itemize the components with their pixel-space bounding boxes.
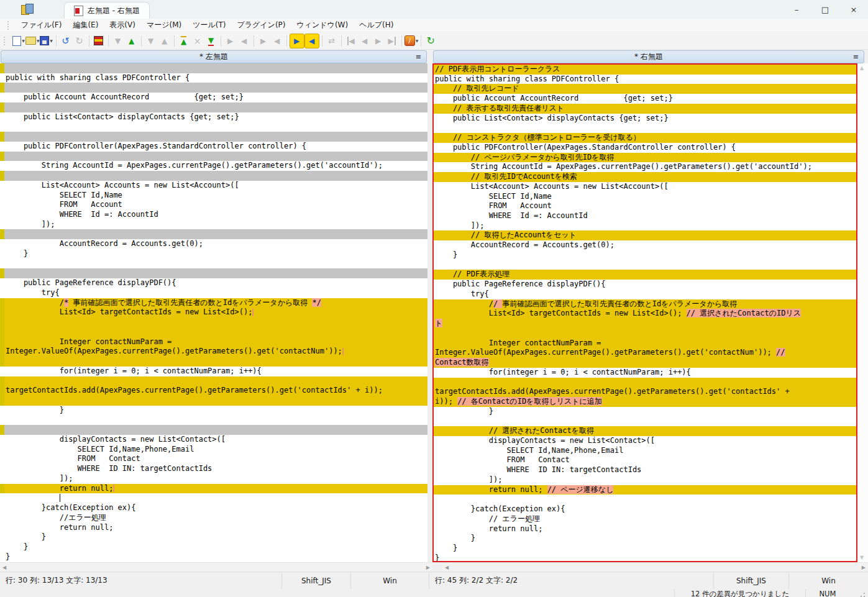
code-row-right[interactable]: } [434,544,856,554]
code-row-left[interactable]: } [4,249,427,259]
code-row-left[interactable]: String AccountId = ApexPages.currentPage… [4,161,427,171]
code-row-right[interactable]: public Account AccountRecord {get; set;} [434,94,856,104]
filler-row-left[interactable] [4,268,427,278]
code-row-right[interactable]: List<Account> Accounts = new List<Accoun… [434,182,856,192]
code-row-right[interactable]: // PDF表示処理 [434,270,856,280]
code-row-left[interactable]: for(integer i = 0; i < contactNumParam; … [4,367,427,376]
close-button[interactable]: × [839,0,868,19]
filler-row-left[interactable] [4,63,427,73]
menu-item-0[interactable]: ファイル(F) [16,20,67,30]
code-row-left[interactable]: WHERE Id =: AccountId [4,210,427,220]
refresh-button[interactable]: ↻ [424,34,437,48]
code-row-right[interactable]: // 取引先IDでAccountを検索 [434,172,856,182]
code-row-left[interactable]: AccountRecord = Accounts.get(0); [4,239,427,249]
code-row-right[interactable]: SELECT Id,Name,Phone,Email [434,446,856,456]
filler-row-left[interactable] [4,425,427,435]
scroll-right-icon[interactable]: ▶ [862,565,866,570]
code-row-left[interactable]: SELECT Id,Name,Phone,Email [4,445,427,455]
code-row-left[interactable]: } [4,532,427,542]
plugin-button[interactable]: ∕▼ [404,34,419,48]
code-row-right[interactable]: } [434,534,856,544]
left-pane-header[interactable]: * 左無題 ≡ [1,50,427,63]
file-tab[interactable]: 左無題 - 右無題 [64,2,150,19]
resize-grip[interactable] [849,589,868,597]
menu-item-6[interactable]: ウィンドウ(W) [291,20,354,30]
code-row-left[interactable] [4,376,427,386]
maximize-button[interactable]: □ [811,0,839,19]
code-row-left[interactable]: return null; [4,484,427,494]
code-row-left[interactable] [4,357,427,367]
code-row-left[interactable]: }catch(Exception ex){ [4,503,427,513]
code-row-left[interactable]: } [4,552,427,562]
filler-row-left[interactable] [4,83,427,93]
code-row-right[interactable]: } [434,250,856,260]
undo-button[interactable]: ↺ [59,34,73,48]
code-row-right[interactable]: Contact数取得 [434,358,856,368]
scroll-left-icon[interactable]: ◀ [445,565,449,570]
code-row-left[interactable]: List<Id> targetContactIds = new List<Id>… [4,308,427,317]
code-row-right[interactable]: // 表示する取引先責任者リスト [434,104,856,114]
code-row-left[interactable]: WHERE ID IN: targetContactIds [4,464,427,474]
code-row-left[interactable] [4,317,427,327]
code-row-right[interactable]: }catch(Exception ex){ [434,504,856,514]
right-editor-pane-active[interactable]: // PDF表示用コントローラークラスpublic with sharing c… [432,63,857,562]
code-row-left[interactable]: List<Account> Accounts = new List<Accoun… [4,181,427,191]
first-difference-button[interactable]: ▲ [177,34,191,48]
left-editor-pane[interactable]: public with sharing class PDFController … [0,63,427,562]
previous-difference-button[interactable]: ▲ [125,34,139,48]
code-row-left[interactable]: FROM Account [4,200,427,210]
code-row-right[interactable]: targetContactIds.add(ApexPages.currentPa… [434,387,856,397]
code-row-left[interactable]: FROM Contact [4,454,427,464]
code-row-right[interactable]: return null; [434,524,856,534]
code-row-left[interactable] [4,122,427,132]
code-row-left[interactable]: public PDFController(ApexPages.StandardC… [4,142,427,152]
code-row-right[interactable]: // 取引先レコード [434,84,856,94]
code-row-right[interactable]: Integer.ValueOf(ApexPages.currentPage().… [434,348,856,358]
code-row-right[interactable]: return null; // ページ遷移なし [434,485,856,495]
left-horizontal-scrollbar[interactable]: ◀ ▶ [0,562,432,572]
code-row-right[interactable]: // 選択されたContactを取得 [434,426,856,436]
minimize-button[interactable]: – [782,0,811,19]
filler-row-left[interactable] [4,229,427,239]
scroll-right-icon[interactable]: ▶ [426,565,430,570]
code-row-right[interactable] [434,123,856,133]
code-row-left[interactable]: } [4,406,427,416]
code-row-right[interactable]: SELECT Id,Name [434,192,856,202]
code-row-left[interactable]: displayContacts = new List<Contact>([ [4,435,427,445]
dropdown-arrow-icon[interactable]: ▼ [22,39,25,43]
code-row-left[interactable] [4,327,427,337]
dropdown-arrow-icon[interactable]: ▼ [50,39,53,43]
code-row-right[interactable]: public PDFController(ApexPages.StandardC… [434,143,856,153]
code-row-left[interactable]: //エラー処理 [4,513,427,523]
code-row-right[interactable]: ]); [434,221,856,231]
code-row-left[interactable]: ]); [4,474,427,484]
code-row-right[interactable]: public PageReference displayPDF(){ [434,280,856,289]
code-row-right[interactable]: // 事前確認画面で選択した取引先責任者の数とIdをパラメータから取得 [434,299,856,309]
code-row-left[interactable]: ]); [4,220,427,230]
right-pane-menu-icon[interactable]: ≡ [853,53,859,61]
code-row-right[interactable] [434,378,856,388]
code-row-right[interactable]: // エラー処理 [434,514,856,524]
right-encoding[interactable]: Shift_JIS [713,572,788,589]
code-row-left[interactable]: public Account AccountRecord {get; set;} [4,93,427,103]
code-row-left[interactable] [4,493,427,503]
code-row-left[interactable]: Integer.ValueOf(ApexPages.currentPage().… [4,347,427,357]
code-row-left[interactable]: targetContactIds.add(ApexPages.currentPa… [4,386,427,396]
code-row-right[interactable]: List<Id> targetContactIds = new List<Id>… [434,309,856,319]
last-difference-button[interactable]: ▼ [204,34,218,48]
filler-row-left[interactable] [4,152,427,162]
scroll-up-icon[interactable]: ▲ [860,65,864,71]
code-row-right[interactable]: Integer contactNumParam = [434,339,856,349]
code-row-right[interactable] [434,494,856,504]
code-row-right[interactable] [434,260,856,270]
dropdown-arrow-icon[interactable]: ▼ [37,39,40,43]
code-row-left[interactable]: public with sharing class PDFController … [4,73,427,83]
left-eol-style[interactable]: Win [350,572,429,589]
code-row-right[interactable]: ト [434,319,856,329]
code-row-left[interactable]: Integer contactNumParam = [4,337,427,347]
filler-row-left[interactable] [4,171,427,181]
code-row-left[interactable]: /* 事前確認画面で選択した取引先責任者の数とIdをパラメータから取得 */ [4,298,427,308]
right-code-area[interactable]: // PDF表示用コントローラークラスpublic with sharing c… [434,65,856,562]
code-row-right[interactable]: WHERE ID IN: targetContactIds [434,465,856,475]
code-row-right[interactable]: public with sharing class PDFController … [434,75,856,84]
